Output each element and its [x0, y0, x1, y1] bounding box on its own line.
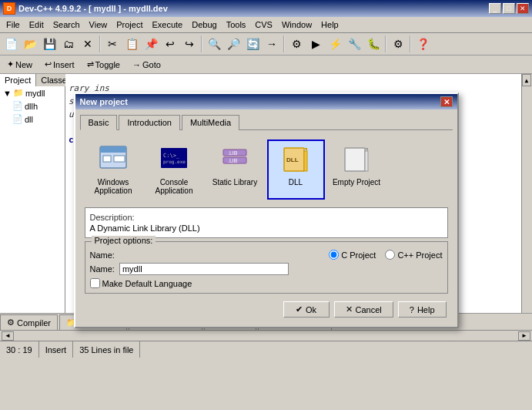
default-language-checkbox[interactable]	[90, 278, 100, 288]
name-row: Name:	[90, 250, 115, 260]
dialog-title-bar: New project ✕	[75, 94, 457, 109]
svg-rect-15	[345, 148, 365, 171]
svg-rect-17	[365, 151, 368, 171]
dialog-title-text: New project	[80, 97, 128, 106]
svg-text:.LIB: .LIB	[228, 150, 238, 156]
radio-cpp-input[interactable]	[385, 250, 395, 260]
project-type-windows-application[interactable]: Windows Application	[85, 139, 142, 200]
options-group: Project options: Name: C Project C++ Pro…	[85, 241, 448, 294]
options-legend: Project options:	[92, 236, 156, 245]
console-app-icon: C:\>_ prog.exe	[159, 144, 189, 175]
description-box: Description: A Dynamic Link Library (DLL…	[85, 207, 448, 238]
svg-text:DLL: DLL	[286, 156, 299, 163]
empty-project-label: Empty Project	[333, 178, 380, 187]
name-field-label: Name:	[90, 264, 115, 274]
name-label: Name:	[90, 250, 115, 260]
help-q-icon: ?	[410, 305, 414, 314]
windows-app-icon	[98, 144, 129, 175]
cancel-x-icon: ✕	[346, 304, 353, 314]
new-project-dialog: New project ✕ Basic Introduction MultiMe…	[74, 92, 459, 328]
static-lib-label: Static Library	[212, 178, 257, 187]
dialog-buttons: ✔ Ok ✕ Cancel ? Help	[80, 297, 453, 322]
svg-text:prog.exe: prog.exe	[163, 159, 186, 165]
project-icons-grid: Windows Application C:\>_ prog.exe Conso…	[80, 135, 453, 204]
radio-cpp-project[interactable]: C++ Project	[385, 250, 442, 260]
cancel-button[interactable]: ✕ Cancel	[334, 301, 393, 318]
windows-app-label-line2: Application	[95, 187, 132, 195]
dialog-tab-multimedia[interactable]: MultiMedia	[182, 115, 239, 130]
windows-app-label-line1: Windows	[98, 178, 129, 187]
description-label: Description:	[90, 213, 443, 222]
static-lib-icon: .LIB .LIB	[219, 144, 250, 175]
dialog-tab-basic[interactable]: Basic	[80, 115, 118, 130]
radio-c-label: C Project	[341, 250, 376, 260]
default-language-row: Make Default Language	[90, 278, 443, 288]
default-language-label: Make Default Language	[102, 279, 192, 288]
dialog-tab-introduction[interactable]: Introduction	[119, 115, 179, 130]
dialog-close-button[interactable]: ✕	[440, 96, 453, 107]
ok-button[interactable]: ✔ Ok	[283, 301, 330, 318]
project-name-input[interactable]	[119, 263, 289, 275]
svg-rect-13	[304, 151, 307, 171]
project-type-console-application[interactable]: C:\>_ prog.exe Console Application	[146, 139, 203, 200]
ok-checkmark-icon: ✔	[296, 304, 303, 314]
project-type-static-library[interactable]: .LIB .LIB Static Library	[206, 139, 264, 200]
dialog-tabs: Basic Introduction MultiMedia	[80, 114, 453, 130]
radio-cpp-label: C++ Project	[397, 250, 442, 260]
help-button[interactable]: ? Help	[398, 301, 447, 318]
console-app-label-line1: Console	[160, 178, 189, 187]
svg-text:C:\>_: C:\>_	[163, 153, 180, 159]
empty-project-icon	[341, 144, 372, 175]
options-radio-row: Name: C Project C++ Project	[90, 250, 443, 260]
radio-group: C Project C++ Project	[329, 250, 442, 260]
ok-label: Ok	[306, 305, 316, 314]
dialog-body: Basic Introduction MultiMedia	[75, 109, 457, 327]
project-type-empty-project[interactable]: Empty Project	[328, 139, 386, 200]
radio-c-input[interactable]	[329, 250, 339, 260]
console-app-label-line2: Application	[156, 187, 193, 195]
name-input-row: Name:	[90, 263, 443, 275]
default-language-checkbox-item[interactable]: Make Default Language	[90, 278, 192, 288]
radio-c-project[interactable]: C Project	[329, 250, 376, 260]
dll-icon: DLL	[280, 144, 311, 175]
project-type-dll[interactable]: DLL DLL	[267, 139, 325, 200]
svg-rect-1	[100, 146, 126, 153]
help-label: Help	[417, 305, 435, 314]
cancel-label: Cancel	[356, 305, 382, 314]
dll-label: DLL	[289, 178, 303, 187]
svg-rect-2	[103, 156, 111, 162]
svg-rect-3	[114, 156, 125, 162]
dialog-overlay: New project ✕ Basic Introduction MultiMe…	[0, 0, 532, 410]
description-text: A Dynamic Link Library (DLL)	[90, 223, 443, 233]
svg-text:.LIB: .LIB	[228, 158, 238, 163]
